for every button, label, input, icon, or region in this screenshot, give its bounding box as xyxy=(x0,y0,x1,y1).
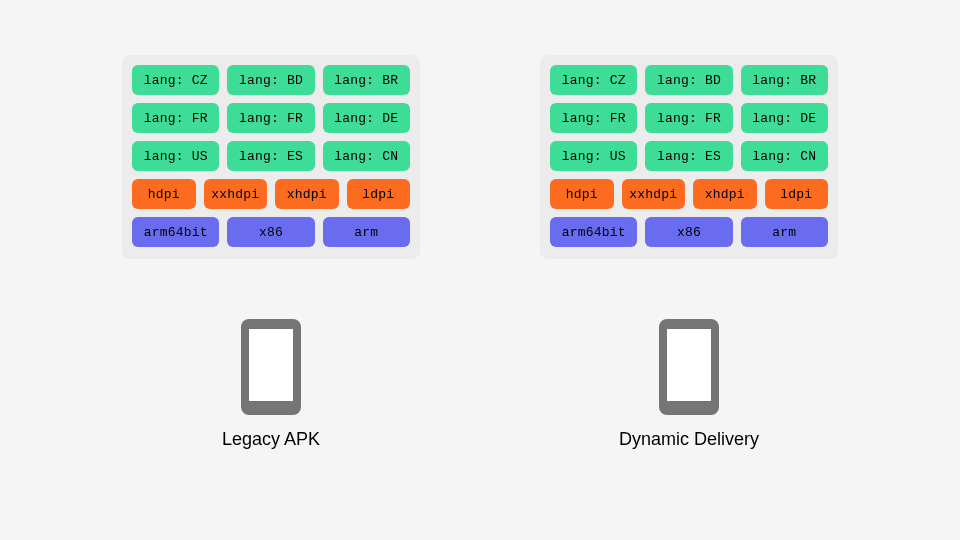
lang-chip: lang: FR xyxy=(132,103,219,133)
lang-chip: lang: FR xyxy=(645,103,732,133)
lang-chip: lang: FR xyxy=(550,103,637,133)
arch-chip: x86 xyxy=(645,217,732,247)
legacy-column: lang: CZ lang: BD lang: BR lang: FR lang… xyxy=(122,55,420,450)
legacy-panel: lang: CZ lang: BD lang: BR lang: FR lang… xyxy=(122,55,420,259)
lang-chip: lang: BR xyxy=(323,65,410,95)
dynamic-panel: lang: CZ lang: BD lang: BR lang: FR lang… xyxy=(540,55,838,259)
lang-chip: lang: CN xyxy=(741,141,828,171)
arch-chip: arm64bit xyxy=(132,217,219,247)
dpi-chip: ldpi xyxy=(347,179,411,209)
lang-row-0: lang: CZ lang: BD lang: BR xyxy=(550,65,828,95)
dpi-row: hdpi xxhdpi xhdpi ldpi xyxy=(132,179,410,209)
lang-chip: lang: BD xyxy=(645,65,732,95)
lang-chip: lang: BR xyxy=(741,65,828,95)
arch-row: arm64bit x86 arm xyxy=(132,217,410,247)
dpi-row: hdpi xxhdpi xhdpi ldpi xyxy=(550,179,828,209)
phone-screen xyxy=(667,329,711,401)
lang-chip: lang: CN xyxy=(323,141,410,171)
lang-chip: lang: ES xyxy=(227,141,314,171)
dpi-chip: xxhdpi xyxy=(622,179,686,209)
lang-chip: lang: CZ xyxy=(550,65,637,95)
arch-chip: arm xyxy=(741,217,828,247)
lang-row-2: lang: US lang: ES lang: CN xyxy=(132,141,410,171)
dpi-chip: hdpi xyxy=(132,179,196,209)
lang-row-1: lang: FR lang: FR lang: DE xyxy=(550,103,828,133)
phone-screen xyxy=(249,329,293,401)
lang-chip: lang: ES xyxy=(645,141,732,171)
legacy-caption: Legacy APK xyxy=(222,429,320,450)
lang-row-1: lang: FR lang: FR lang: DE xyxy=(132,103,410,133)
arch-chip: arm64bit xyxy=(550,217,637,247)
phone-icon xyxy=(241,319,301,415)
phone-icon xyxy=(659,319,719,415)
arch-chip: x86 xyxy=(227,217,314,247)
dpi-chip: xxhdpi xyxy=(204,179,268,209)
lang-row-0: lang: CZ lang: BD lang: BR xyxy=(132,65,410,95)
diagram-stage: lang: CZ lang: BD lang: BR lang: FR lang… xyxy=(0,0,960,450)
lang-chip: lang: CZ xyxy=(132,65,219,95)
dynamic-caption: Dynamic Delivery xyxy=(619,429,759,450)
lang-chip: lang: BD xyxy=(227,65,314,95)
lang-chip: lang: US xyxy=(550,141,637,171)
dpi-chip: hdpi xyxy=(550,179,614,209)
dpi-chip: xhdpi xyxy=(275,179,339,209)
lang-chip: lang: DE xyxy=(323,103,410,133)
lang-row-2: lang: US lang: ES lang: CN xyxy=(550,141,828,171)
dynamic-column: lang: CZ lang: BD lang: BR lang: FR lang… xyxy=(540,55,838,450)
arch-row: arm64bit x86 arm xyxy=(550,217,828,247)
arch-chip: arm xyxy=(323,217,410,247)
lang-chip: lang: DE xyxy=(741,103,828,133)
lang-chip: lang: FR xyxy=(227,103,314,133)
dpi-chip: xhdpi xyxy=(693,179,757,209)
dpi-chip: ldpi xyxy=(765,179,829,209)
lang-chip: lang: US xyxy=(132,141,219,171)
